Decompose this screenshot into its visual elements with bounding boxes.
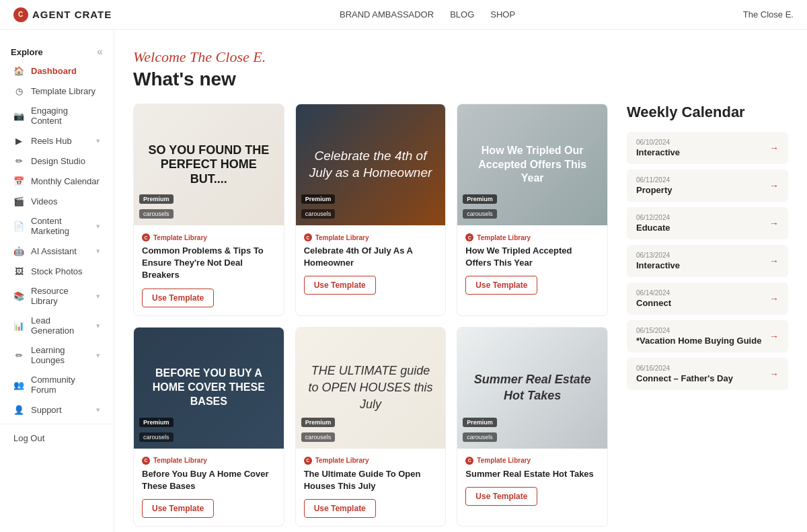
use-template-button[interactable]: Use Template bbox=[304, 276, 376, 295]
arrow-right-icon: → bbox=[769, 293, 779, 304]
nav-brand-ambassador[interactable]: BRAND AMBASSADOR bbox=[340, 9, 434, 20]
calendar-item[interactable]: 06/12/2024 Educate → bbox=[627, 207, 788, 239]
card-image-text: SO YOU FOUND THE PERFECT HOME BUT.... bbox=[134, 132, 284, 198]
sidebar-item-design-studio[interactable]: ✏ Design Studio bbox=[3, 151, 111, 171]
sidebar-item-learning-lounges[interactable]: ✏ Learning Lounges ▾ bbox=[3, 340, 111, 370]
calendar-date: 06/15/2024 bbox=[636, 327, 761, 334]
sidebar-item-label: Monthly Calendar bbox=[31, 176, 100, 186]
calendar-date: 06/13/2024 bbox=[636, 252, 680, 259]
camera-icon: 📷 bbox=[13, 110, 24, 121]
sidebar-item-support[interactable]: 👤 Support ▾ bbox=[3, 400, 111, 420]
sidebar-collapse-button[interactable]: « bbox=[97, 46, 103, 58]
card-image-4: BEFORE YOU BUY A HOME COVER THESE BASES … bbox=[134, 328, 284, 449]
calendar-item[interactable]: 06/14/2024 Connect → bbox=[627, 282, 788, 315]
premium-badge: Premium bbox=[301, 418, 336, 427]
sidebar-item-ai-assistant[interactable]: 🤖 AI Assistant ▾ bbox=[3, 241, 111, 261]
use-template-button[interactable]: Use Template bbox=[304, 499, 376, 518]
content-calendar-row: SO YOU FOUND THE PERFECT HOME BUT.... Pr… bbox=[133, 104, 788, 527]
home-icon: 🏠 bbox=[13, 65, 24, 76]
sidebar-item-label: Community Forum bbox=[31, 375, 100, 395]
type-badge: carousels bbox=[139, 209, 174, 219]
chart-icon: 📊 bbox=[13, 320, 24, 331]
sidebar-item-videos[interactable]: 🎬 Videos bbox=[3, 191, 111, 211]
weekly-calendar-section: Weekly Calendar 06/10/2024 Interactive →… bbox=[627, 104, 788, 527]
card-body: C Template Library Celebrate 4th Of July… bbox=[296, 225, 446, 303]
card-image-1: SO YOU FOUND THE PERFECT HOME BUT.... Pr… bbox=[134, 104, 284, 225]
card-source: C Template Library bbox=[465, 457, 599, 465]
card-source: C Template Library bbox=[465, 233, 599, 241]
users-icon: 👥 bbox=[13, 379, 24, 390]
card-source: C Template Library bbox=[304, 457, 438, 465]
sidebar-item-label: Resource Library bbox=[31, 286, 89, 306]
sidebar-item-content-marketing[interactable]: 📄 Content Marketing ▾ bbox=[3, 211, 111, 241]
premium-badge: Premium bbox=[463, 418, 497, 427]
calendar-label: Educate bbox=[636, 223, 670, 233]
nav-shop[interactable]: SHOP bbox=[490, 9, 515, 20]
calendar-item[interactable]: 06/13/2024 Interactive → bbox=[627, 245, 788, 277]
sidebar-item-lead-generation[interactable]: 📊 Lead Generation ▾ bbox=[3, 311, 111, 340]
calendar-label: Connect bbox=[636, 298, 671, 308]
books-icon: 📚 bbox=[13, 291, 24, 301]
nav-user[interactable]: The Close E. bbox=[743, 9, 794, 20]
sidebar-item-dashboard[interactable]: 🏠 Dashboard bbox=[3, 61, 111, 81]
template-card: SO YOU FOUND THE PERFECT HOME BUT.... Pr… bbox=[133, 104, 284, 316]
sidebar-item-engaging-content[interactable]: 📷 Engaging Content bbox=[3, 101, 111, 130]
sidebar-item-monthly-calendar[interactable]: 📅 Monthly Calendar bbox=[3, 171, 111, 191]
card-source: C Template Library bbox=[304, 233, 438, 241]
use-template-button[interactable]: Use Template bbox=[465, 487, 537, 506]
template-card: Summer Real Estate Hot Takes Premium car… bbox=[457, 327, 608, 527]
calendar-date: 06/10/2024 bbox=[636, 139, 680, 146]
app-layout: Explore « 🏠 Dashboard ◷ Template Library… bbox=[0, 30, 807, 532]
calendar-item[interactable]: 06/11/2024 Property → bbox=[627, 169, 788, 202]
template-icon: ◷ bbox=[13, 85, 24, 96]
calendar-label: *Vacation Home Buying Guide bbox=[636, 336, 761, 346]
play-icon: ▶ bbox=[13, 135, 24, 146]
use-template-button[interactable]: Use Template bbox=[142, 499, 214, 518]
pencil-icon: ✏ bbox=[13, 155, 24, 166]
sidebar-item-template-library[interactable]: ◷ Template Library bbox=[3, 81, 111, 101]
sidebar-item-log-out[interactable]: Log Out bbox=[3, 428, 111, 448]
source-icon: C bbox=[304, 233, 312, 241]
source-icon: C bbox=[142, 457, 150, 465]
sidebar-item-label: Template Library bbox=[31, 86, 100, 96]
welcome-text: Welcome The Close E. bbox=[133, 48, 788, 66]
chevron-down-icon: ▾ bbox=[96, 222, 100, 231]
chevron-down-icon: ▾ bbox=[96, 321, 100, 330]
brand-logo[interactable]: C AGENT CRATE bbox=[13, 7, 112, 22]
use-template-button[interactable]: Use Template bbox=[465, 276, 537, 295]
card-image-text: THE ULTIMATE guide to OPEN HOUSES this J… bbox=[296, 352, 446, 424]
sidebar-item-reels-hub[interactable]: ▶ Reels Hub ▾ bbox=[3, 130, 111, 151]
sidebar-item-community-forum[interactable]: 👥 Community Forum bbox=[3, 370, 111, 400]
premium-badge: Premium bbox=[463, 194, 497, 204]
sidebar-item-label: Dashboard bbox=[31, 66, 100, 76]
card-body: C Template Library Summer Real Estate Ho… bbox=[457, 449, 607, 514]
whats-new-title: What's new bbox=[133, 69, 788, 90]
arrow-right-icon: → bbox=[769, 369, 779, 379]
source-icon: C bbox=[465, 233, 473, 241]
sidebar-divider bbox=[0, 424, 114, 424]
main-content: Welcome The Close E. What's new SO YOU F… bbox=[114, 30, 807, 532]
chevron-down-icon: ▾ bbox=[96, 406, 100, 414]
brand-name: AGENT CRATE bbox=[32, 9, 112, 20]
card-image-text: Celebrate the 4th of July as a Homeowner bbox=[296, 137, 446, 192]
calendar-item[interactable]: 06/15/2024 *Vacation Home Buying Guide → bbox=[627, 320, 788, 352]
calendar-label: Property bbox=[636, 185, 672, 195]
arrow-right-icon: → bbox=[769, 331, 779, 342]
nav-blog[interactable]: BLOG bbox=[450, 9, 474, 20]
calendar-item[interactable]: 06/16/2024 Connect – Father's Day → bbox=[627, 358, 788, 390]
sidebar-item-label: Reels Hub bbox=[31, 136, 89, 146]
template-card: THE ULTIMATE guide to OPEN HOUSES this J… bbox=[295, 327, 447, 527]
card-body: C Template Library How We Tripled Accept… bbox=[457, 225, 607, 303]
sidebar-item-stock-photos[interactable]: 🖼 Stock Photos bbox=[3, 261, 111, 281]
chevron-down-icon: ▾ bbox=[96, 247, 100, 256]
arrow-right-icon: → bbox=[769, 218, 779, 229]
calendar-icon: 📅 bbox=[13, 176, 24, 186]
person-icon: 👤 bbox=[13, 404, 24, 415]
card-image-text: BEFORE YOU BUY A HOME COVER THESE BASES bbox=[134, 356, 284, 419]
calendar-item[interactable]: 06/10/2024 Interactive → bbox=[627, 132, 788, 164]
robot-icon: 🤖 bbox=[13, 245, 24, 256]
use-template-button[interactable]: Use Template bbox=[142, 289, 214, 307]
arrow-right-icon: → bbox=[769, 256, 779, 266]
sidebar: Explore « 🏠 Dashboard ◷ Template Library… bbox=[0, 30, 114, 532]
sidebar-item-resource-library[interactable]: 📚 Resource Library ▾ bbox=[3, 281, 111, 311]
